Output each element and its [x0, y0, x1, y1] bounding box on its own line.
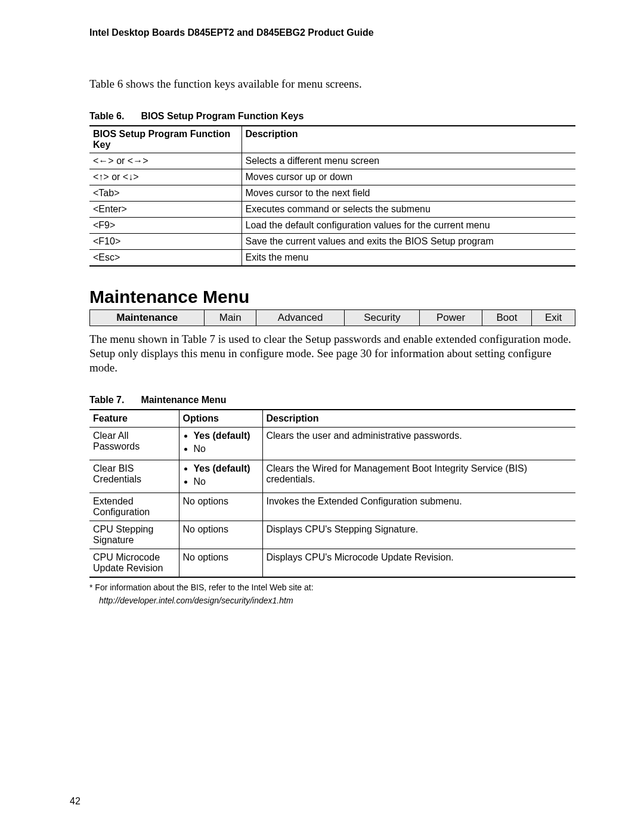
table6-caption: Table 6.BIOS Setup Program Function Keys — [89, 111, 575, 122]
t7-options: Yes (default) No — [179, 460, 262, 493]
table7-header-0: Feature — [89, 410, 179, 428]
t6-cell: <↑> or <↓> — [89, 169, 242, 185]
table-row: <↑> or <↓>Moves cursor up or down — [89, 169, 575, 185]
t7-option: Yes (default) — [194, 431, 259, 441]
section-title: Maintenance Menu — [89, 287, 575, 307]
section-paragraph: The menu shown in Table 7 is used to cle… — [89, 332, 575, 374]
menubar-item-main: Main — [205, 310, 256, 326]
table6-caption-a: Table 6. — [89, 111, 124, 121]
table6-caption-b: BIOS Setup Program Function Keys — [141, 111, 304, 121]
table-row: <Tab>Moves cursor to the next field — [89, 185, 575, 202]
t7-feature: CPU Microcode Update Revision — [89, 549, 179, 578]
t6-cell: Save the current values and exits the BI… — [242, 234, 575, 250]
menubar: Maintenance Main Advanced Security Power… — [89, 309, 575, 326]
table-row: Clear BIS Credentials Yes (default) No C… — [89, 460, 575, 493]
table7-caption: Table 7.Maintenance Menu — [89, 395, 575, 405]
t7-feature: CPU Stepping Signature — [89, 521, 179, 549]
menubar-item-power: Power — [420, 310, 482, 326]
t6-cell: <F9> — [89, 218, 242, 234]
table-row: <Esc>Exits the menu — [89, 250, 575, 267]
menubar-item-exit: Exit — [532, 310, 575, 326]
menubar-item-security: Security — [345, 310, 420, 326]
t7-options: No options — [179, 493, 262, 521]
t6-cell: <←> or <→> — [89, 153, 242, 169]
table-row: Extended Configuration No options Invoke… — [89, 493, 575, 521]
table7-caption-b: Maintenance Menu — [141, 395, 226, 405]
t7-option: No — [194, 444, 259, 454]
t6-cell: Moves cursor to the next field — [242, 185, 575, 202]
t6-cell: Load the default configuration values fo… — [242, 218, 575, 234]
menubar-item-boot: Boot — [482, 310, 531, 326]
intro-text: Table 6 shows the function keys availabl… — [89, 78, 575, 91]
t7-option: Yes (default) — [194, 463, 259, 474]
t7-feature: Extended Configuration — [89, 493, 179, 521]
page-number: 42 — [70, 796, 80, 807]
t7-description: Displays CPU's Stepping Signature. — [262, 521, 575, 549]
table-row: <F9>Load the default configuration value… — [89, 218, 575, 234]
t6-cell: Exits the menu — [242, 250, 575, 267]
t7-description: Displays CPU's Microcode Update Revision… — [262, 549, 575, 578]
t6-cell: <Enter> — [89, 202, 242, 218]
footnote-text: * For information about the BIS, refer t… — [89, 583, 314, 592]
footnote: * For information about the BIS, refer t… — [89, 583, 575, 605]
t6-cell: Moves cursor up or down — [242, 169, 575, 185]
table7-header-2: Description — [262, 410, 575, 428]
table7-header-1: Options — [179, 410, 262, 428]
t7-description: Clears the user and administrative passw… — [262, 428, 575, 460]
table6-header-1: Description — [242, 126, 575, 153]
page-header: Intel Desktop Boards D845EPT2 and D845EB… — [89, 27, 575, 38]
t7-option: No — [194, 476, 259, 487]
table-row: <F10>Save the current values and exits t… — [89, 234, 575, 250]
t6-cell: <Tab> — [89, 185, 242, 202]
t7-description: Invokes the Extended Configuration subme… — [262, 493, 575, 521]
table-row: Clear All Passwords Yes (default) No Cle… — [89, 428, 575, 460]
t7-options: No options — [179, 521, 262, 549]
menubar-item-advanced: Advanced — [256, 310, 345, 326]
footnote-url: http://developer.intel.com/design/securi… — [99, 596, 575, 605]
t7-options: No options — [179, 549, 262, 578]
table-row: <Enter>Executes command or selects the s… — [89, 202, 575, 218]
t7-options: Yes (default) No — [179, 428, 262, 460]
t7-feature: Clear All Passwords — [89, 428, 179, 460]
t6-cell: <F10> — [89, 234, 242, 250]
t6-cell: Executes command or selects the submenu — [242, 202, 575, 218]
t7-description: Clears the Wired for Management Boot Int… — [262, 460, 575, 493]
table7: Feature Options Description Clear All Pa… — [89, 409, 575, 578]
table6: BIOS Setup Program Function Key Descript… — [89, 125, 575, 267]
t6-cell: <Esc> — [89, 250, 242, 267]
table7-caption-a: Table 7. — [89, 395, 124, 405]
t7-feature: Clear BIS Credentials — [89, 460, 179, 493]
table-row: CPU Stepping Signature No options Displa… — [89, 521, 575, 549]
table6-header-0: BIOS Setup Program Function Key — [89, 126, 242, 153]
t6-cell: Selects a different menu screen — [242, 153, 575, 169]
table-row: CPU Microcode Update Revision No options… — [89, 549, 575, 578]
menubar-item-maintenance: Maintenance — [90, 310, 205, 326]
table-row: <←> or <→>Selects a different menu scree… — [89, 153, 575, 169]
